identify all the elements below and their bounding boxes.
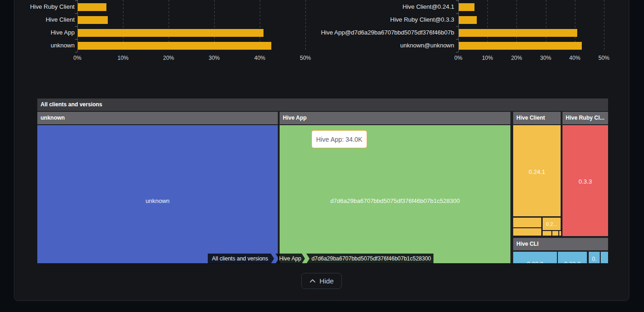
treemap-section-label: Hive App xyxy=(280,112,510,124)
treemap-cell[interactable] xyxy=(552,231,558,236)
treemap-cell-label: 0.23.0 xyxy=(558,260,587,263)
treemap-cell[interactable]: 0.3.3 xyxy=(562,125,608,236)
treemap-cell[interactable] xyxy=(543,231,551,236)
treemap-cell-label: 0.2... xyxy=(543,221,561,228)
chevron-up-icon xyxy=(310,279,316,283)
bar[interactable] xyxy=(459,3,474,11)
treemap-cell[interactable]: 0.2... xyxy=(543,218,561,230)
treemap-section-header[interactable]: Hive Ruby Cl... xyxy=(562,112,608,124)
treemap-section-label: Hive CLI xyxy=(513,238,608,250)
treemap-root-header[interactable]: All clients and versions xyxy=(37,98,608,111)
gridline xyxy=(604,0,604,51)
treemap-section-label: Hive Ruby Cl... xyxy=(562,112,608,124)
x-tick-label: 40% xyxy=(565,55,585,61)
treemap-cell-label: d7d6a29ba6707bbd5075df376f46b07b1c528300 xyxy=(280,197,510,204)
bar[interactable] xyxy=(459,42,582,50)
hide-button[interactable]: Hide xyxy=(301,273,342,289)
pathbar-crumb[interactable]: d7d6a29ba6707bbd5075df376f46b07b1c528300 xyxy=(306,254,433,264)
treemap-cell-label: 0.3.3 xyxy=(562,178,608,185)
axis-tick xyxy=(456,52,458,52)
pathbar-crumb[interactable]: All clients and versions xyxy=(208,254,274,264)
axis-tick xyxy=(456,26,458,27)
pathbar-crumb[interactable]: Hive App xyxy=(275,254,305,264)
treemap-chart[interactable]: All clients and versions unknownHive App… xyxy=(37,98,608,263)
treemap-cell[interactable]: 0.24.1 xyxy=(513,125,561,216)
category-label: unknown@unknown xyxy=(316,42,454,49)
bar[interactable] xyxy=(459,29,577,37)
treemap-cell-label: 0.24.1 xyxy=(513,168,561,175)
hover-tooltip: Hive App: 34.0K xyxy=(311,130,367,148)
treemap-section-header[interactable]: Hive App xyxy=(280,112,510,124)
treemap-root-title: All clients and versions xyxy=(37,98,608,111)
treemap-cell[interactable] xyxy=(601,252,608,263)
treemap-cell-label: 0. xyxy=(589,256,600,263)
treemap-cell[interactable]: 0. xyxy=(589,252,600,263)
treemap-section-header[interactable]: unknown xyxy=(37,112,278,124)
axis-tick xyxy=(456,13,458,14)
x-tick-label: 0% xyxy=(448,55,468,61)
category-label: Hive Client@0.24.1 xyxy=(316,3,454,11)
treemap-cell-label: 0.23.0 xyxy=(513,260,557,263)
x-tick-label: 20% xyxy=(506,55,527,61)
treemap-section-label: Hive Client xyxy=(513,112,561,124)
treemap-section-header[interactable]: Hive CLI xyxy=(513,238,608,250)
x-tick-label: 10% xyxy=(477,55,498,61)
x-tick-label: 30% xyxy=(536,55,556,61)
treemap-section-header[interactable]: Hive Client xyxy=(513,112,561,124)
category-label: Hive Ruby Client@0.3.3 xyxy=(316,16,454,23)
axis-tick xyxy=(456,39,458,40)
hover-tooltip-text: Hive App: 34.0K xyxy=(316,136,362,143)
dashboard-page: 0%10%20%30%40%50%Hive Ruby ClientHive Cl… xyxy=(0,0,644,312)
bar[interactable] xyxy=(459,16,477,24)
treemap-cell[interactable] xyxy=(513,228,541,236)
treemap-cell[interactable]: 0.23.0 xyxy=(513,252,557,263)
treemap-cell-label: unknown xyxy=(37,197,278,204)
x-tick-label: 50% xyxy=(594,55,614,61)
treemap-cell[interactable] xyxy=(513,218,541,227)
treemap-cell[interactable]: unknown xyxy=(37,125,278,263)
treemap-cell[interactable]: 0.23.0 xyxy=(558,252,587,263)
category-label: Hive App@d7d6a29ba6707bbd5075df376f46b07… xyxy=(316,29,454,36)
treemap-cell[interactable] xyxy=(559,231,561,236)
hide-button-label: Hide xyxy=(320,277,334,285)
axis-tick xyxy=(456,0,458,1)
treemap-section-label: unknown xyxy=(37,112,278,124)
